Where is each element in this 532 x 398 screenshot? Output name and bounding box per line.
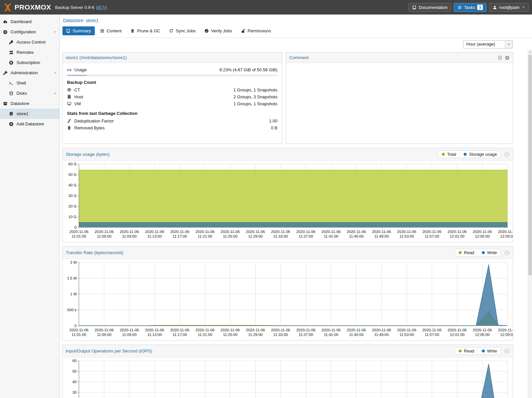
svg-text:11:01:00: 11:01:00 xyxy=(72,333,86,337)
tasks-button[interactable]: Tasks 1 xyxy=(454,3,486,12)
svg-text:2020-11-06: 2020-11-06 xyxy=(447,328,467,332)
legend-storage-usage[interactable]: Storage usage xyxy=(460,151,501,158)
svg-text:2020-11-06: 2020-11-06 xyxy=(397,328,416,332)
sidebar-item-datastore[interactable]: Datastore xyxy=(0,98,59,109)
chevron-down-icon[interactable] xyxy=(53,30,57,34)
panel-title: store1 (/mnt/datastores/store1) xyxy=(66,55,127,60)
legend: Read Write xyxy=(455,249,501,256)
tab-content[interactable]: Content xyxy=(96,26,125,35)
sidebar-item-disks[interactable]: Disks xyxy=(0,88,59,98)
tab-label: Verify Jobs xyxy=(211,28,232,33)
tasks-count-badge: 1 xyxy=(477,5,483,10)
legend: Total Storage usage xyxy=(438,150,501,158)
legend-read[interactable]: Read xyxy=(455,249,478,256)
svg-text:11:41:00: 11:41:00 xyxy=(324,234,338,238)
chart-title: Storage usage (bytes) xyxy=(66,152,110,157)
svg-text:11:29:00: 11:29:00 xyxy=(248,333,263,337)
svg-text:11:13:00: 11:13:00 xyxy=(147,333,162,337)
tab-summary[interactable]: Summary xyxy=(62,26,95,35)
sidebar-item-add-datastore[interactable]: Add Datastore xyxy=(0,119,59,129)
sidebar-item-label: Configuration xyxy=(11,29,36,34)
sidebar-item-shell[interactable]: Shell xyxy=(0,78,59,88)
row-label: Host xyxy=(74,94,83,99)
user-icon xyxy=(493,5,497,10)
dedup-factor-row: Deduplication Factor 1.00 xyxy=(67,117,277,124)
documentation-button[interactable]: Documentation xyxy=(408,3,451,12)
scroll-up-button[interactable] xyxy=(528,50,532,54)
list-icon xyxy=(457,5,462,10)
legend-label: Read xyxy=(464,348,474,353)
main-area: Datastore: store1 Summary Content Prune … xyxy=(60,15,532,398)
ct-count-row: CT 1 Groups, 1 Snapshots xyxy=(67,86,277,93)
gauge-icon xyxy=(3,19,8,24)
tab-permissions[interactable]: Permissions xyxy=(237,26,275,35)
svg-text:10 G: 10 G xyxy=(68,215,77,219)
top-bar: PROXMOX Backup Server 0.9-6 BETA Documen… xyxy=(0,0,532,15)
comment-body[interactable] xyxy=(286,63,513,70)
svg-text:11:17:00: 11:17:00 xyxy=(172,234,187,238)
gc-stats-heading: Stats from last Garbage Collection xyxy=(67,111,277,116)
svg-text:11:45:00: 11:45:00 xyxy=(349,333,364,337)
row-label: Removed Bytes xyxy=(74,125,105,130)
tab-sync-jobs[interactable]: Sync Jobs xyxy=(165,26,199,35)
sidebar-item-store1[interactable]: store1 xyxy=(0,109,59,119)
svg-text:11:49:00: 11:49:00 xyxy=(374,234,389,238)
time-range-select[interactable]: Hour (average) xyxy=(463,40,513,49)
sidebar-item-label: Access Control xyxy=(17,40,45,45)
panel-title: Comment xyxy=(289,55,309,60)
svg-text:60 G: 60 G xyxy=(68,162,77,166)
row-value: 1 Groups, 1 Snapshots xyxy=(233,101,277,106)
row-value: 2 Groups, 3 Snapshots xyxy=(233,94,277,99)
sidebar-item-subscription[interactable]: Subscription xyxy=(0,57,59,68)
combo-trigger[interactable] xyxy=(505,41,513,48)
sidebar-item-access-control[interactable]: Access Control xyxy=(0,37,59,47)
proxmox-logo: PROXMOX xyxy=(3,3,51,12)
lifering-icon xyxy=(9,60,14,65)
terminal-icon xyxy=(9,81,14,85)
tab-verify-jobs[interactable]: Verify Jobs xyxy=(201,26,236,35)
svg-text:2020-11-06: 2020-11-06 xyxy=(120,328,139,332)
svg-text:2020-11-06: 2020-11-06 xyxy=(347,328,366,332)
legend-write[interactable]: Write xyxy=(478,249,501,256)
sidebar-item-remotes[interactable]: Remotes xyxy=(0,47,59,57)
collapse-icon[interactable] xyxy=(504,152,510,157)
legend-read[interactable]: Read xyxy=(455,348,478,354)
beta-link[interactable]: BETA xyxy=(96,5,107,10)
svg-text:11:41:00: 11:41:00 xyxy=(324,333,338,337)
legend-label: Write xyxy=(487,250,497,255)
sidebar-item-dashboard[interactable]: Dashboard xyxy=(0,17,59,27)
legend-dot xyxy=(464,153,467,156)
key-icon xyxy=(9,40,14,45)
svg-text:0: 0 xyxy=(75,324,77,328)
chevron-right-icon[interactable] xyxy=(53,92,57,95)
chevron-down-icon[interactable] xyxy=(53,71,57,75)
collapse-icon[interactable] xyxy=(504,348,510,354)
svg-text:11:17:00: 11:17:00 xyxy=(172,333,187,337)
tab-bar: Summary Content Prune & GC Sync Jobs Ver… xyxy=(60,25,532,38)
compress-icon xyxy=(67,119,71,123)
svg-text:11:25:00: 11:25:00 xyxy=(223,333,237,337)
row-value: 1 Groups, 1 Snapshots xyxy=(233,87,277,92)
gear-icon[interactable] xyxy=(505,55,510,60)
legend-write[interactable]: Write xyxy=(478,348,501,354)
svg-text:2020-11-06: 2020-11-06 xyxy=(296,230,315,234)
circle-slash-icon[interactable] xyxy=(498,55,502,60)
brand-text: PROXMOX xyxy=(15,3,51,11)
usage-row: Usage 9.23% (4.67 GiB of 50.56 GiB) xyxy=(67,66,277,73)
svg-text:11:21:00: 11:21:00 xyxy=(198,333,212,337)
tab-label: Sync Jobs xyxy=(176,28,195,33)
legend-total[interactable]: Total xyxy=(438,151,460,158)
vertical-scrollbar[interactable] xyxy=(528,50,532,398)
scrollbar-thumb[interactable] xyxy=(528,55,532,275)
collapse-icon[interactable] xyxy=(504,250,510,255)
row-label: CT xyxy=(74,87,80,92)
svg-text:1 M: 1 M xyxy=(70,292,77,296)
user-menu-button[interactable]: root@pam xyxy=(489,3,529,12)
svg-text:2020-11-06: 2020-11-06 xyxy=(422,328,442,332)
svg-text:2020-11-06: 2020-11-06 xyxy=(271,328,290,332)
svg-text:2020-11-06: 2020-11-06 xyxy=(246,328,265,332)
chart-toolbar: Hour (average) xyxy=(60,38,532,51)
tab-prune-gc[interactable]: Prune & GC xyxy=(127,26,164,35)
sidebar-item-configuration[interactable]: Configuration xyxy=(0,27,59,37)
sidebar-item-administration[interactable]: Administration xyxy=(0,68,59,78)
